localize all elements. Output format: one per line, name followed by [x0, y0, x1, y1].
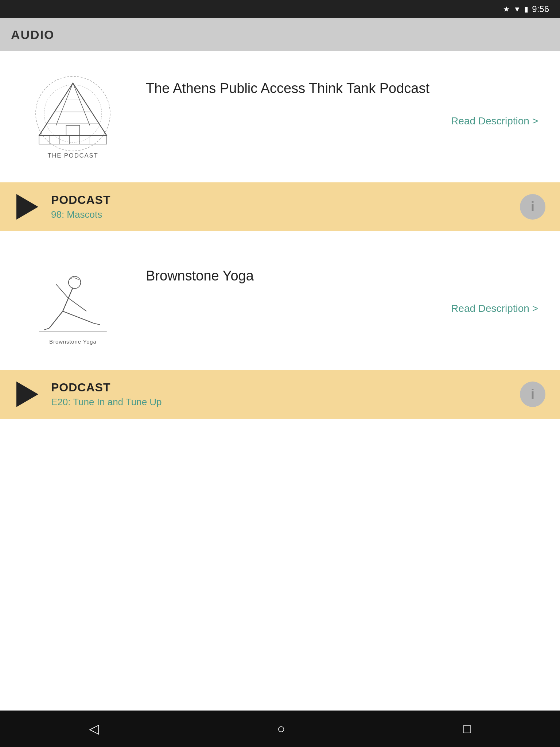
podcast-title-1: The Athens Public Access Think Tank Podc… — [146, 80, 538, 97]
episode-text-1: PODCAST 98: Mascots — [40, 193, 520, 220]
nav-back-icon[interactable]: ◁ — [89, 721, 99, 736]
status-time: 9:56 — [532, 4, 549, 14]
podcast-info-1: The Athens Public Access Think Tank Podc… — [124, 69, 538, 127]
bluetooth-icon: ★ — [503, 5, 510, 13]
svg-line-17 — [56, 284, 68, 298]
svg-line-22 — [93, 323, 100, 325]
episode-subtitle-2: E20: Tune In and Tune Up — [51, 396, 520, 408]
play-button-1[interactable] — [15, 194, 40, 220]
svg-point-0 — [36, 76, 110, 151]
svg-marker-2 — [39, 83, 107, 136]
podcast-card-1: THE PODCAST The Athens Public Access Thi… — [0, 51, 560, 182]
svg-text:Brownstone Yoga: Brownstone Yoga — [49, 339, 96, 345]
svg-line-18 — [68, 298, 86, 311]
read-description-btn-2[interactable]: Read Description > — [146, 303, 538, 314]
play-triangle-icon-1 — [16, 194, 38, 220]
svg-text:THE PODCAST: THE PODCAST — [47, 152, 98, 159]
play-button-2[interactable] — [15, 382, 40, 407]
svg-line-16 — [63, 287, 73, 311]
read-description-btn-1[interactable]: Read Description > — [146, 115, 538, 127]
podcast-title-2: Brownstone Yoga — [146, 268, 538, 285]
svg-line-4 — [73, 83, 90, 125]
podcast-logo-2: Brownstone Yoga — [22, 257, 124, 359]
battery-icon: ▮ — [524, 5, 528, 13]
svg-line-21 — [44, 328, 49, 330]
nav-home-icon[interactable]: ○ — [277, 721, 285, 736]
nav-recent-icon[interactable]: □ — [463, 721, 471, 736]
info-button-1[interactable]: i — [520, 194, 545, 220]
svg-line-3 — [56, 83, 73, 125]
podcast-card-2: Brownstone Yoga Brownstone Yoga Read Des… — [0, 239, 560, 370]
episode-label-2: PODCAST — [51, 381, 520, 394]
main-content: THE PODCAST The Athens Public Access Thi… — [0, 51, 560, 419]
episode-text-2: PODCAST E20: Tune In and Tune Up — [40, 381, 520, 408]
episode-label-1: PODCAST — [51, 193, 520, 207]
podcast-info-2: Brownstone Yoga Read Description > — [124, 257, 538, 314]
info-icon-2: i — [531, 388, 534, 401]
play-triangle-icon-2 — [16, 382, 38, 407]
svg-line-19 — [49, 311, 63, 328]
status-icons: ★ ▼ ▮ 9:56 — [503, 4, 549, 14]
info-button-2[interactable]: i — [520, 382, 545, 407]
section-divider-1 — [0, 231, 560, 239]
svg-rect-14 — [66, 125, 79, 136]
svg-line-20 — [63, 311, 93, 323]
wifi-icon: ▼ — [513, 5, 521, 13]
episode-row-2[interactable]: PODCAST E20: Tune In and Tune Up i — [0, 370, 560, 419]
podcast-logo-1: THE PODCAST — [22, 69, 124, 171]
app-bar-title: AUDIO — [11, 28, 55, 42]
status-bar: ★ ▼ ▮ 9:56 — [0, 0, 560, 18]
bottom-nav: ◁ ○ □ — [0, 711, 560, 747]
app-bar: AUDIO — [0, 18, 560, 51]
podcast-logo-svg-1: THE PODCAST — [26, 73, 120, 168]
info-icon-1: i — [531, 200, 534, 213]
episode-subtitle-1: 98: Mascots — [51, 209, 520, 220]
podcast-logo-svg-2: Brownstone Yoga — [26, 260, 120, 355]
episode-row-1[interactable]: PODCAST 98: Mascots i — [0, 182, 560, 231]
